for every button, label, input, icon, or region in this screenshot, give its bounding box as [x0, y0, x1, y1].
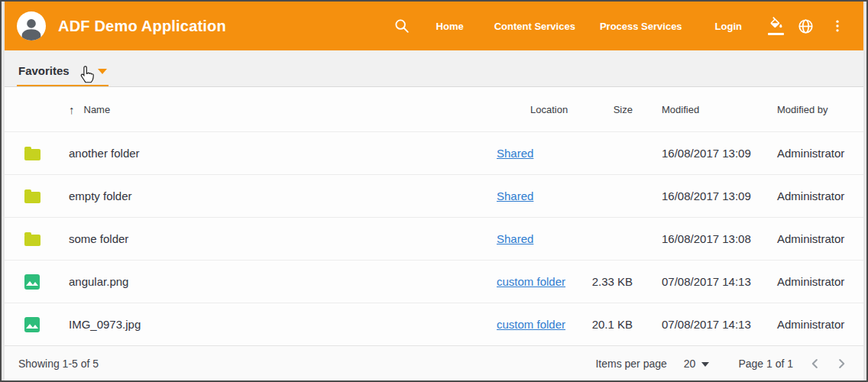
modified-date: 07/08/2017 14:13: [662, 318, 777, 331]
tab-bar: Favorites: [5, 50, 863, 87]
modified-by: Administrator: [777, 189, 863, 202]
theme-color-icon[interactable]: [768, 17, 784, 35]
tab-favorites-label: Favorites: [18, 64, 70, 77]
file-name: empty folder: [69, 189, 497, 202]
file-name: another folder: [69, 147, 497, 160]
file-size: 20.1 KB: [585, 318, 662, 331]
language-globe-icon[interactable]: [797, 18, 815, 35]
search-icon[interactable]: [394, 18, 410, 34]
pagination-next-button[interactable]: [833, 355, 850, 372]
modified-date: 07/08/2017 14:13: [662, 275, 777, 288]
app-header: ADF Demo Application Home Content Servic…: [5, 2, 863, 50]
items-per-page-select[interactable]: 20: [684, 358, 710, 370]
pagination-controls: Items per page 20 Page 1 of 1: [595, 355, 850, 372]
items-per-page-caret-icon: [701, 362, 709, 367]
nav-login[interactable]: Login: [715, 21, 742, 32]
tab-favorites[interactable]: Favorites: [17, 54, 108, 86]
file-name: angular.png: [69, 275, 497, 288]
page-status-label: Page 1 of 1: [738, 358, 793, 370]
folder-icon: [24, 235, 40, 246]
modified-date: 16/08/2017 13:08: [662, 232, 777, 245]
location-link[interactable]: custom folder: [497, 275, 565, 288]
table-row[interactable]: angular.png custom folder 2.33 KB 07/08/…: [5, 260, 863, 303]
location-link[interactable]: Shared: [497, 147, 533, 160]
column-header-modified-by[interactable]: Modified by: [777, 104, 863, 115]
table-row[interactable]: empty folder Shared 16/08/2017 13:09 Adm…: [5, 174, 863, 217]
adf-app: ADF Demo Application Home Content Servic…: [5, 2, 863, 380]
items-per-page-value: 20: [684, 358, 696, 370]
modified-by: Administrator: [777, 147, 863, 160]
table-body: another folder Shared 16/08/2017 13:09 A…: [5, 131, 863, 345]
column-header-name[interactable]: ↑ Name: [69, 103, 497, 116]
table-header-row: ↑ Name Location Size Modified Modified b…: [5, 87, 863, 131]
table-row[interactable]: another folder Shared 16/08/2017 13:09 A…: [5, 131, 863, 174]
table-row[interactable]: some folder Shared 16/08/2017 13:08 Admi…: [5, 217, 863, 260]
person-icon: [18, 15, 44, 40]
image-file-icon: [24, 317, 40, 332]
column-header-size[interactable]: Size: [585, 104, 662, 115]
nav-content-services[interactable]: Content Services: [494, 21, 575, 32]
column-header-modified[interactable]: Modified: [662, 104, 777, 115]
file-name: some folder: [69, 232, 497, 245]
file-name: IMG_0973.jpg: [69, 318, 497, 331]
chevron-left-icon: [807, 355, 824, 372]
app-window: ADF Demo Application Home Content Servic…: [0, 0, 868, 382]
modified-by: Administrator: [777, 232, 863, 245]
showing-range-label: Showing 1-5 of 5: [18, 358, 99, 370]
pagination-bar: Showing 1-5 of 5 Items per page 20 Page …: [5, 345, 863, 380]
sort-ascending-icon: ↑: [69, 103, 75, 116]
nav-process-services[interactable]: Process Services: [600, 21, 682, 32]
files-table: ↑ Name Location Size Modified Modified b…: [5, 87, 863, 345]
column-name-label: Name: [84, 104, 111, 115]
pagination-prev-button[interactable]: [807, 355, 824, 372]
app-title: ADF Demo Application: [58, 18, 226, 35]
location-link[interactable]: custom folder: [497, 318, 565, 331]
location-link[interactable]: Shared: [497, 189, 533, 202]
file-size: 2.33 KB: [585, 275, 662, 288]
folder-icon: [24, 149, 40, 160]
column-header-location[interactable]: Location: [497, 104, 585, 115]
header-actions: Home Content Services Process Services L…: [394, 17, 845, 35]
folder-icon: [24, 192, 40, 203]
nav-home[interactable]: Home: [436, 21, 464, 32]
modified-date: 16/08/2017 13:09: [662, 189, 777, 202]
more-menu-icon[interactable]: [830, 18, 845, 34]
chevron-right-icon: [833, 355, 850, 372]
user-avatar-icon[interactable]: [17, 11, 46, 40]
theme-color-underline: [768, 33, 784, 35]
items-per-page-label: Items per page: [595, 358, 666, 370]
table-row[interactable]: IMG_0973.jpg custom folder 20.1 KB 07/08…: [5, 303, 863, 345]
modified-by: Administrator: [777, 275, 863, 288]
modified-by: Administrator: [777, 318, 863, 331]
image-file-icon: [24, 274, 40, 290]
dropdown-caret-icon[interactable]: [98, 69, 107, 74]
modified-date: 16/08/2017 13:09: [662, 147, 777, 160]
location-link[interactable]: Shared: [497, 232, 533, 245]
